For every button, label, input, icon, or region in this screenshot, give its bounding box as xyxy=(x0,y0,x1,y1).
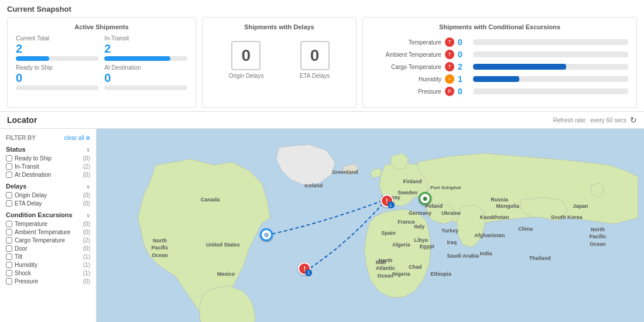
filter-section-header[interactable]: Condition Excursions∨ xyxy=(6,211,90,218)
sidebar: FILTER BY clear all ⊗ Status∨ Ready to S… xyxy=(0,129,97,322)
clear-all-label: clear all xyxy=(64,135,84,141)
map-pin-origin[interactable]: ◎ xyxy=(260,228,273,241)
pin-green-circle: ◉ xyxy=(419,192,431,205)
in-transit-value: 2 xyxy=(104,43,187,54)
origin-delays-value: 0 xyxy=(231,41,261,70)
filter-item-label: ETA Delay xyxy=(15,200,81,207)
filter-checkbox[interactable] xyxy=(6,270,12,276)
filter-item-label: Origin Delay xyxy=(15,192,81,198)
filter-checkbox[interactable] xyxy=(6,221,12,227)
ready-to-ship-value: 0 xyxy=(16,72,98,84)
map-pin-mexico[interactable]: ! 1 xyxy=(298,262,311,275)
filter-item: Tilt (1) xyxy=(6,254,90,260)
active-shipments-card: Active Shipments Current Total 2 In-Tran… xyxy=(7,17,196,108)
filter-checkbox[interactable] xyxy=(6,163,12,170)
exc-bar-bg xyxy=(473,52,628,57)
filter-item-label: Pressure xyxy=(15,278,81,285)
filter-checkbox[interactable] xyxy=(6,262,12,268)
filter-item: Humidity (1) xyxy=(6,262,90,268)
exc-bar-bg xyxy=(473,39,628,45)
exc-label: Humidity xyxy=(371,76,441,83)
origin-delays-item: 0 Origin Delays xyxy=(228,41,263,79)
excursion-row: Pressure P 0 xyxy=(371,87,628,96)
refresh-icon[interactable]: ↻ xyxy=(630,115,637,125)
section-title: Status xyxy=(6,146,26,153)
section-title: Delays xyxy=(6,183,26,190)
exc-bar-fill xyxy=(473,64,566,70)
map-pin-schiphol[interactable]: ◉ xyxy=(419,192,431,205)
locator-header: Locator Refresh rate: every 60 secs ↻ xyxy=(0,112,644,129)
ready-to-ship-label: Ready to Ship xyxy=(16,64,98,71)
filter-count: (0) xyxy=(83,192,90,198)
filter-checkbox[interactable] xyxy=(6,172,12,178)
exc-icon: T xyxy=(445,62,454,71)
filter-item-label: Shock xyxy=(15,270,81,276)
filter-item: In-Transit (2) xyxy=(6,163,90,170)
exc-icon: T xyxy=(445,37,454,47)
filter-section-header[interactable]: Status∨ xyxy=(6,146,90,153)
map-container: NorthPacificOcean NorthAtlanticOcean Nor… xyxy=(97,129,644,322)
filter-section: Delays∨ Origin Delay (0) ETA Delay (0) xyxy=(6,183,90,207)
exc-icon: T xyxy=(445,50,454,59)
exc-icon: P xyxy=(445,87,454,96)
delays-title: Shipments with Delays xyxy=(211,23,348,30)
refresh-value: every 60 secs xyxy=(590,117,626,124)
filter-item-label: Temperature xyxy=(15,221,81,227)
filter-count: (1) xyxy=(83,262,90,268)
exc-number: 1 xyxy=(458,74,470,84)
section-title: Condition Excursions xyxy=(6,211,73,218)
excursion-row: Cargo Temperature T 2 xyxy=(371,62,628,71)
filter-item: Temperature (0) xyxy=(6,221,90,227)
stats-row: Active Shipments Current Total 2 In-Tran… xyxy=(7,17,637,108)
filter-item: Origin Delay (0) xyxy=(6,192,90,198)
filter-count: (0) xyxy=(83,278,90,285)
exc-number: 2 xyxy=(458,62,470,71)
exc-bar-bg xyxy=(473,88,628,94)
delays-card: Shipments with Delays 0 Origin Delays 0 … xyxy=(202,17,357,108)
bottom-section: FILTER BY clear all ⊗ Status∨ Ready to S… xyxy=(0,129,644,322)
at-destination-item: At Destination 0 xyxy=(104,64,187,90)
filter-count: (1) xyxy=(83,254,90,260)
exc-number: 0 xyxy=(458,37,470,47)
excursion-row: Ambient Temperature T 0 xyxy=(371,50,628,59)
excursions-card: Shipments with Conditional Excursions Te… xyxy=(362,17,637,108)
filter-count: (0) xyxy=(83,200,90,207)
clear-all-button[interactable]: clear all ⊗ xyxy=(64,135,90,141)
filter-header: FILTER BY clear all ⊗ xyxy=(6,135,90,141)
excursion-row: Humidity ~ 1 xyxy=(371,74,628,84)
refresh-label: Refresh rate: xyxy=(553,117,587,124)
filter-checkbox[interactable] xyxy=(6,237,12,244)
filter-count: (2) xyxy=(83,163,90,170)
filter-item: Shock (1) xyxy=(6,270,90,276)
filter-checkbox[interactable] xyxy=(6,229,12,235)
current-total-label: Current Total xyxy=(16,35,98,42)
filter-item-label: Ready to Ship xyxy=(15,155,81,162)
filter-count: (1) xyxy=(83,270,90,276)
filter-checkbox[interactable] xyxy=(6,245,12,252)
filter-section-header[interactable]: Delays∨ xyxy=(6,183,90,190)
filter-section: Condition Excursions∨ Temperature (0) Am… xyxy=(6,211,90,285)
filter-item: ETA Delay (0) xyxy=(6,200,90,207)
pin-badge-mexico: 1 xyxy=(305,269,312,276)
active-shipments-title: Active Shipments xyxy=(16,23,187,30)
stat-grid: Current Total 2 In-Transit 2 Ready to Sh… xyxy=(16,35,187,90)
exc-number: 0 xyxy=(458,87,470,96)
filter-checkbox[interactable] xyxy=(6,200,12,207)
filter-item-label: In-Transit xyxy=(15,163,81,170)
map-pin-mid-atlantic[interactable]: ! 1 xyxy=(381,194,393,207)
clear-all-icon: ⊗ xyxy=(85,135,90,141)
filter-checkbox[interactable] xyxy=(6,278,12,285)
filter-checkbox[interactable] xyxy=(6,254,12,260)
pin-blue-circle: ◎ xyxy=(260,228,273,241)
filter-item: Pressure (0) xyxy=(6,278,90,285)
excursions-inner: Temperature T 0 Ambient Temperature T 0 … xyxy=(371,35,628,101)
chevron-icon: ∨ xyxy=(86,212,90,218)
filter-section: Status∨ Ready to Ship (0) In-Transit (2)… xyxy=(6,146,90,178)
exc-icon: ~ xyxy=(445,74,454,84)
delays-inner: 0 Origin Delays 0 ETA Delays xyxy=(211,35,348,85)
in-transit-item: In-Transit 2 xyxy=(104,35,187,61)
filter-checkbox[interactable] xyxy=(6,155,12,162)
filter-checkbox[interactable] xyxy=(6,192,12,198)
exc-label: Pressure xyxy=(371,88,441,95)
filter-count: (0) xyxy=(83,155,90,162)
